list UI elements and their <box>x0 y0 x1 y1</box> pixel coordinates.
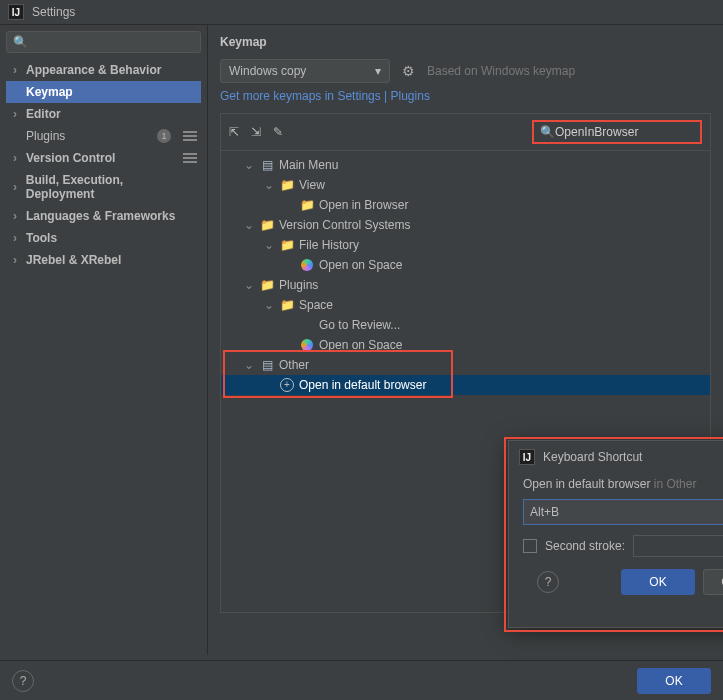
tree-node-label: View <box>299 178 325 192</box>
sidebar-item[interactable]: Keymap <box>6 81 201 103</box>
folder-icon: 📁 <box>259 278 275 292</box>
chevron-icon: › <box>10 151 20 165</box>
app-icon: IJ <box>519 449 535 465</box>
tree-node[interactable]: ⌄📁Version Control Systems <box>221 215 710 235</box>
tree-node[interactable]: ⌄📁Plugins <box>221 275 710 295</box>
sidebar-item-label: Languages & Frameworks <box>26 209 175 223</box>
action-search-input[interactable] <box>555 125 694 139</box>
sidebar-item-label: Version Control <box>26 151 115 165</box>
tree-node-label: Plugins <box>279 278 318 292</box>
ok-button[interactable]: OK <box>637 668 711 694</box>
tree-node[interactable]: Open on Space <box>221 335 710 355</box>
badge: 1 <box>157 129 171 143</box>
tree-node[interactable]: ⌄▤Other <box>221 355 710 375</box>
settings-tree: 🔍 ›Appearance & BehaviorKeymap›EditorPlu… <box>0 25 208 655</box>
tree-node-label: File History <box>299 238 359 252</box>
chevron-icon: ⌄ <box>263 178 275 192</box>
keymap-combo[interactable]: Windows copy ▾ <box>220 59 390 83</box>
based-on-label: Based on Windows keymap <box>427 64 575 78</box>
chevron-icon: ⌄ <box>263 238 275 252</box>
chevron-icon: ⌄ <box>243 158 255 172</box>
help-icon[interactable]: ? <box>12 670 34 692</box>
sidebar-search-input[interactable] <box>28 35 194 49</box>
chevron-icon: ⌄ <box>243 278 255 292</box>
tree-node[interactable]: ⌄📁File History <box>221 235 710 255</box>
sidebar-item[interactable]: Plugins1 <box>6 125 201 147</box>
shortcut-input[interactable]: Alt+B + <box>523 499 723 525</box>
tree-node-label: Version Control Systems <box>279 218 410 232</box>
sidebar-item[interactable]: ›Tools <box>6 227 201 249</box>
sidebar-item[interactable]: ›Appearance & Behavior <box>6 59 201 81</box>
sidebar-item-label: Build, Execution, Deployment <box>26 173 191 201</box>
chevron-icon: › <box>10 231 20 245</box>
chevron-icon: › <box>10 63 20 77</box>
chevron-icon: › <box>10 209 20 223</box>
shortcut-value: Alt+B <box>530 505 559 519</box>
keyboard-shortcut-dialog: IJ Keyboard Shortcut ✕ Open in default b… <box>508 440 723 628</box>
sidebar-item[interactable]: ›Editor <box>6 103 201 125</box>
folder-icon: 📁 <box>279 238 295 252</box>
tree-node-label: Main Menu <box>279 158 338 172</box>
dialog-context: in Other <box>654 477 697 491</box>
folder-icon: 📁 <box>279 298 295 312</box>
tree-node[interactable]: 📁Open in Browser <box>221 195 710 215</box>
tree-node[interactable]: Open on Space <box>221 255 710 275</box>
tree-node[interactable]: ⌄📁View <box>221 175 710 195</box>
keymap-combo-value: Windows copy <box>229 64 306 78</box>
tree-node-label: Space <box>299 298 333 312</box>
globe-icon <box>279 378 295 392</box>
chevron-icon: › <box>10 180 20 194</box>
sidebar-item[interactable]: ›Build, Execution, Deployment <box>6 169 201 205</box>
search-icon: 🔍 <box>13 35 28 49</box>
tree-node-label: Open in default browser <box>299 378 426 392</box>
blank-icon <box>299 318 315 332</box>
sidebar-item[interactable]: ›JRebel & XRebel <box>6 249 201 271</box>
content-pane: Keymap Windows copy ▾ ⚙ Based on Windows… <box>208 25 723 655</box>
chevron-icon: ⌄ <box>243 218 255 232</box>
tree-node-label: Open in Browser <box>319 198 408 212</box>
gear-icon[interactable]: ⚙ <box>402 63 415 79</box>
app-icon: IJ <box>8 4 24 20</box>
action-tree[interactable]: ⌄▤Main Menu⌄📁View📁Open in Browser⌄📁Versi… <box>221 151 710 399</box>
chevron-icon: › <box>10 253 20 267</box>
sidebar-item-label: Appearance & Behavior <box>26 63 161 77</box>
chevron-icon: ⌄ <box>263 298 275 312</box>
more-keymaps-link[interactable]: Get more keymaps in Settings | Plugins <box>220 89 711 103</box>
expand-all-icon[interactable]: ⇱ <box>229 125 239 139</box>
edit-icon[interactable]: ✎ <box>273 125 283 139</box>
cancel-button[interactable]: Cancel <box>703 569 723 595</box>
menu-icon: ▤ <box>259 358 275 372</box>
tree-node-label: Other <box>279 358 309 372</box>
sidebar-item-label: Tools <box>26 231 57 245</box>
chevron-icon: ⌄ <box>243 358 255 372</box>
tree-node[interactable]: ⌄📁Space <box>221 295 710 315</box>
second-stroke-label: Second stroke: <box>545 539 625 553</box>
modified-icon <box>183 153 197 163</box>
tree-node-label: Open on Space <box>319 258 402 272</box>
tree-node-label: Go to Review... <box>319 318 400 332</box>
sidebar-item-label: Editor <box>26 107 61 121</box>
second-stroke-input[interactable]: + <box>633 535 723 557</box>
chevron-icon: › <box>10 107 20 121</box>
space-icon <box>299 258 315 272</box>
space-icon <box>299 338 315 352</box>
sidebar-item[interactable]: ›Version Control <box>6 147 201 169</box>
dialog-title: Keyboard Shortcut <box>543 450 642 464</box>
second-stroke-checkbox[interactable] <box>523 539 537 553</box>
sidebar-item-label: Plugins <box>26 129 65 143</box>
tree-node-label: Open on Space <box>319 338 402 352</box>
tree-node[interactable]: Open in default browser <box>221 375 710 395</box>
folder-icon: 📁 <box>299 198 315 212</box>
ok-button[interactable]: OK <box>621 569 695 595</box>
tree-node[interactable]: ⌄▤Main Menu <box>221 155 710 175</box>
sidebar-item-label: Keymap <box>26 85 73 99</box>
chevron-down-icon: ▾ <box>375 64 381 78</box>
help-icon[interactable]: ? <box>537 571 559 593</box>
tree-node[interactable]: Go to Review... <box>221 315 710 335</box>
collapse-all-icon[interactable]: ⇲ <box>251 125 261 139</box>
sidebar-item[interactable]: ›Languages & Frameworks <box>6 205 201 227</box>
sidebar-item-label: JRebel & XRebel <box>26 253 121 267</box>
action-search[interactable]: 🔍 <box>532 120 702 144</box>
sidebar-search[interactable]: 🔍 <box>6 31 201 53</box>
modified-icon <box>183 131 197 141</box>
